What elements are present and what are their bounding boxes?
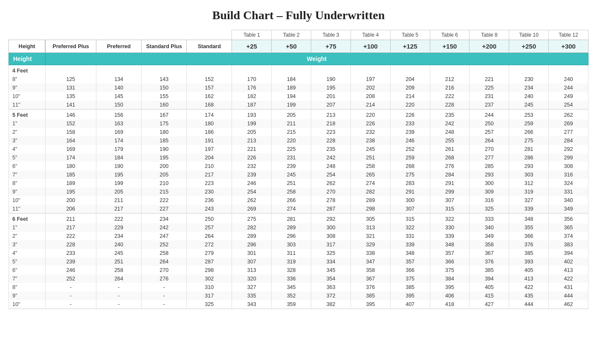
cell-value: 239 (272, 162, 311, 170)
cell-value: 308 (311, 232, 351, 240)
cell-value: 268 (430, 153, 469, 162)
height-label: Height (9, 53, 46, 65)
table-header-labels: HeightPreferred PlusPreferredStandard Pl… (9, 40, 588, 53)
header-top-cell-12: Table 10 (509, 30, 549, 40)
cell-value: 135 (45, 92, 96, 101)
cell-value: 246 (45, 266, 96, 274)
cell-value: 293 (509, 162, 549, 170)
table-row: 6"24625827029831332834535836637538540541… (9, 266, 588, 274)
cell-value: 170 (232, 75, 272, 84)
cell-value: 311 (272, 249, 311, 257)
cell-value: 284 (430, 170, 469, 179)
cell-value: 348 (430, 240, 469, 249)
cell-value: 336 (272, 274, 311, 283)
cell-value: 195 (45, 188, 96, 196)
cell-value: 385 (509, 249, 549, 257)
cell-value: 296 (232, 240, 272, 249)
header-label-cell-6: +50 (272, 40, 311, 53)
cell-value: 345 (272, 283, 311, 292)
cell-value: 228 (430, 101, 469, 110)
cell-value: 275 (509, 136, 549, 145)
cell-value: 242 (311, 153, 351, 162)
cell-value: 270 (311, 188, 351, 196)
cell-value: 185 (45, 170, 96, 179)
cell-value: 307 (232, 257, 272, 266)
cell-value: 220 (351, 110, 390, 120)
cell-value: 157 (187, 84, 232, 92)
cell-value: 168 (187, 101, 232, 110)
header-top-cell-3 (142, 30, 187, 40)
cell-value: 264 (469, 136, 509, 145)
cell-value: 356 (549, 214, 588, 224)
row-label: 8" (9, 179, 46, 188)
header-top-cell-7: Table 3 (311, 30, 351, 40)
cell-value: 140 (96, 84, 142, 92)
header-top-cell-13: Table 12 (549, 30, 588, 40)
cell-value: 301 (232, 249, 272, 257)
cell-value: 394 (469, 274, 509, 283)
cell-value: 431 (549, 283, 588, 292)
cell-value: 325 (311, 249, 351, 257)
cell-value: 296 (272, 232, 311, 240)
cell-value: 212 (430, 75, 469, 84)
header-label-cell-9: +125 (390, 40, 430, 53)
cell-value: 310 (187, 283, 232, 292)
cell-value: 292 (311, 214, 351, 224)
cell-value: 357 (430, 249, 469, 257)
header-top-cell-9: Table 5 (390, 30, 430, 40)
cell-value: 281 (272, 214, 311, 224)
cell-value: 275 (390, 170, 430, 179)
cell-value: 222 (96, 214, 142, 224)
row-label: 11" (9, 101, 46, 110)
cell-value: 251 (351, 153, 390, 162)
cell-value: 233 (45, 249, 96, 257)
row-label: 7" (9, 170, 46, 179)
cell-value: 180 (187, 119, 232, 128)
cell-value: 309 (469, 188, 509, 196)
cell-value: 269 (232, 205, 272, 214)
cell-value: 418 (430, 300, 469, 309)
cell-value: 189 (45, 179, 96, 188)
cell-value: 234 (142, 214, 187, 224)
cell-value: 303 (272, 240, 311, 249)
cell-value: 357 (390, 257, 430, 266)
cell-value: 239 (45, 257, 96, 266)
cell-value: 155 (142, 92, 187, 101)
cell-value: 282 (232, 223, 272, 232)
cell-value: 348 (509, 214, 549, 224)
table-row: 11"1411501601681871992072142202282372452… (9, 101, 588, 110)
cell-value: 184 (96, 153, 142, 162)
cell-value: 145 (96, 92, 142, 101)
cell-value: 393 (509, 257, 549, 266)
table-row: 3"22824025227229630331732933934835837638… (9, 240, 588, 249)
cell-value: 300 (390, 196, 430, 205)
cell-value: 240 (509, 92, 549, 101)
row-label: 11" (9, 205, 46, 214)
cell-value: 335 (232, 292, 272, 300)
header-label-cell-11: +200 (469, 40, 509, 53)
cell-value: 191 (187, 136, 232, 145)
cell-value: 226 (232, 153, 272, 162)
cell-value: 150 (96, 101, 142, 110)
row-label: 8" (9, 75, 46, 84)
cell-value: 197 (187, 145, 232, 153)
cell-value: 444 (509, 300, 549, 309)
cell-value: 215 (272, 128, 311, 136)
cell-value: 250 (469, 119, 509, 128)
cell-value: 366 (430, 257, 469, 266)
row-label: 10" (9, 92, 46, 101)
cell-value: 194 (272, 92, 311, 101)
cell-value: 146 (45, 110, 96, 120)
cell-value (469, 65, 509, 75)
cell-value: 227 (142, 205, 187, 214)
cell-value: 217 (45, 223, 96, 232)
cell-value: 223 (311, 128, 351, 136)
cell-value: 274 (351, 179, 390, 188)
table-row: 10"1351451551621821942012082142222312402… (9, 92, 588, 101)
cell-value (187, 65, 232, 75)
cell-value: 258 (351, 162, 390, 170)
cell-value: - (45, 292, 96, 300)
table-row: 10"2002112222362622662782893003073163273… (9, 196, 588, 205)
section-header-row: HeightWeight (9, 53, 588, 65)
cell-value: 312 (509, 179, 549, 188)
